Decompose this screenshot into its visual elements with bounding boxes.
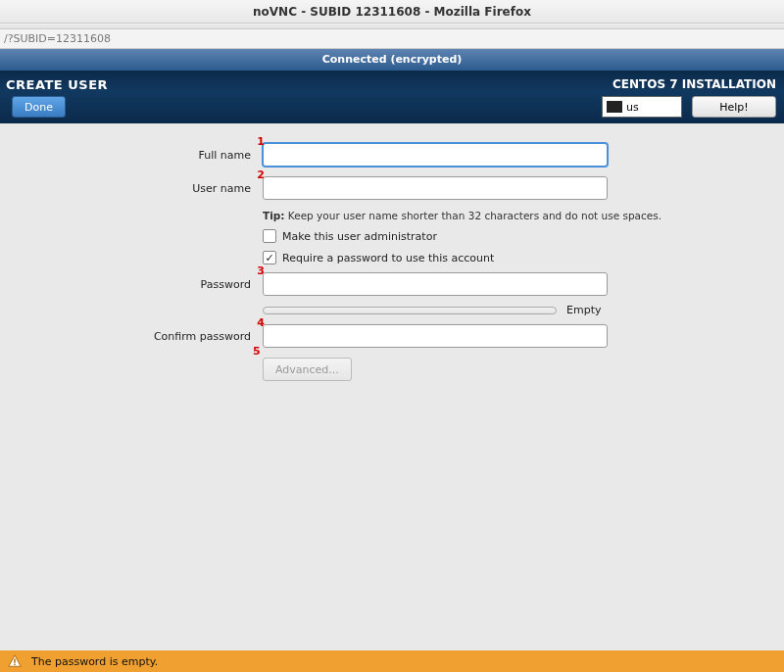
annotation-2: 2 (257, 168, 265, 181)
svg-rect-0 (14, 658, 15, 662)
username-label: User name 2 (0, 182, 263, 195)
confirm-password-input[interactable] (263, 324, 608, 348)
password-label: Password 3 (0, 278, 263, 291)
warning-bar: The password is empty. (0, 650, 784, 672)
password-strength-row: Empty (263, 304, 784, 316)
help-button[interactable]: Help! (692, 96, 776, 118)
annotation-5: 5 (253, 345, 261, 358)
warning-text: The password is empty. (31, 655, 158, 668)
require-password-row[interactable]: Require a password to use this account (263, 251, 784, 264)
require-password-label: Require a password to use this account (282, 252, 494, 264)
annotation-1: 1 (257, 135, 265, 148)
vnc-status-bar: Connected (encrypted) (0, 49, 784, 71)
screen-title: CREATE USER (6, 77, 108, 92)
keyboard-icon (607, 101, 622, 113)
keyboard-layout-label: us (626, 101, 639, 114)
make-admin-label: Make this user administrator (282, 230, 437, 243)
installer-header: CREATE USER Done CENTOS 7 INSTALLATION u… (0, 71, 784, 123)
fullname-input[interactable] (263, 143, 608, 167)
window-titlebar: noVNC - SUBID 12311608 - Mozilla Firefox (0, 0, 784, 24)
password-strength-bar (263, 307, 557, 314)
username-tip: Tip: Keep your user name shorter than 32… (263, 210, 784, 221)
url-bar[interactable]: /?SUBID=12311608 (0, 29, 784, 49)
keyboard-layout-indicator[interactable]: us (602, 96, 682, 118)
vnc-viewport: Connected (encrypted) CREATE USER Done C… (0, 49, 784, 672)
warning-icon (8, 654, 22, 668)
advanced-button[interactable]: Advanced... (263, 358, 352, 381)
create-user-form: Full name 1 User name 2 Tip: Keep your u… (0, 123, 784, 650)
username-input[interactable] (263, 176, 608, 200)
make-admin-checkbox[interactable] (263, 229, 276, 243)
svg-rect-1 (14, 664, 15, 665)
password-input[interactable] (263, 272, 608, 296)
done-button[interactable]: Done (12, 96, 66, 118)
fullname-label: Full name 1 (0, 149, 263, 162)
make-admin-row[interactable]: Make this user administrator (263, 229, 784, 243)
annotation-3: 3 (257, 264, 265, 277)
installation-title: CENTOS 7 INSTALLATION (612, 77, 776, 91)
password-strength-label: Empty (566, 304, 601, 316)
require-password-checkbox[interactable] (263, 251, 276, 264)
confirm-password-label: Confirm password 4 (0, 330, 263, 343)
annotation-4: 4 (257, 316, 265, 329)
